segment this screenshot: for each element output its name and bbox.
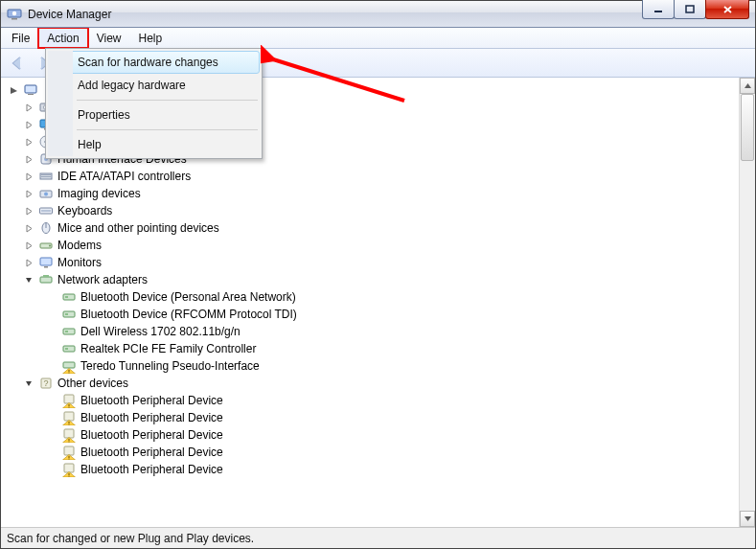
svg-rect-44 (69, 404, 70, 406)
svg-rect-53 (69, 456, 70, 458)
tree-node[interactable]: Network adapters (24, 271, 739, 288)
svg-rect-51 (69, 442, 70, 443)
tree-node[interactable]: Bluetooth Device (Personal Area Network) (47, 288, 739, 306)
svg-rect-30 (63, 294, 75, 300)
expander-open-icon[interactable] (9, 85, 19, 96)
computer-icon (23, 82, 38, 98)
menuitem-add-legacy-hardware[interactable]: Add legacy hardware (48, 74, 260, 97)
expander-closed-icon[interactable] (24, 172, 34, 182)
svg-rect-48 (69, 424, 70, 425)
svg-rect-26 (40, 258, 52, 265)
tree-node[interactable]: Realtek PCIe FE Family Controller (47, 340, 739, 357)
tree-node[interactable]: Imaging devices (24, 185, 739, 202)
tree-node[interactable]: Bluetooth Device (RFCOMM Protocol TDI) (47, 306, 739, 323)
tree-node[interactable]: Monitors (24, 254, 739, 271)
svg-rect-4 (686, 6, 694, 12)
adapter-icon (61, 324, 77, 339)
expander-closed-icon[interactable] (24, 240, 34, 251)
minimize-button[interactable] (642, 0, 675, 19)
tree-node[interactable]: Bluetooth Peripheral Device (47, 461, 739, 478)
adapter-icon (61, 341, 77, 356)
window-title: Device Manager (28, 8, 111, 21)
scroll-up-button[interactable] (740, 78, 755, 94)
tree-node[interactable]: Teredo Tunneling Pseudo-Interface (47, 357, 739, 375)
tree-node-label: Realtek PCIe FE Family Controller (80, 342, 256, 355)
tree-node-label: Network adapters (57, 273, 148, 286)
expander-open-icon[interactable] (24, 275, 34, 286)
expander-none (47, 344, 57, 355)
menubar: FileActionViewHelp (1, 28, 755, 49)
scroll-thumb[interactable] (741, 94, 754, 161)
back-button[interactable] (5, 52, 30, 75)
menuitem-scan-for-hardware-changes[interactable]: Scan for hardware changes (48, 51, 260, 74)
expander-closed-icon[interactable] (24, 258, 34, 268)
tree-node[interactable]: Bluetooth Peripheral Device (47, 409, 739, 426)
svg-rect-47 (69, 422, 70, 423)
expander-closed-icon[interactable] (24, 189, 34, 199)
svg-point-25 (49, 245, 51, 247)
expander-closed-icon[interactable] (24, 137, 34, 148)
network-icon (38, 272, 54, 287)
menu-help[interactable]: Help (130, 28, 172, 48)
scroll-down-button[interactable] (740, 511, 755, 527)
svg-rect-33 (65, 313, 68, 315)
svg-rect-39 (69, 370, 70, 372)
expander-closed-icon[interactable] (24, 206, 34, 217)
maximize-button[interactable] (674, 0, 706, 19)
svg-rect-54 (69, 459, 70, 460)
expander-closed-icon[interactable] (24, 223, 34, 234)
imaging-icon (38, 186, 54, 201)
expander-none (47, 292, 57, 303)
svg-rect-27 (44, 266, 48, 268)
modem-icon (38, 238, 54, 253)
expander-closed-icon[interactable] (24, 154, 34, 165)
adapter-icon (61, 289, 77, 305)
menu-separator (77, 100, 258, 101)
tree-node[interactable]: Mice and other pointing devices (24, 219, 739, 237)
svg-rect-3 (654, 11, 662, 12)
svg-rect-16 (41, 174, 51, 175)
expander-open-icon[interactable] (24, 378, 34, 389)
menu-file[interactable]: File (3, 28, 38, 48)
tree-node[interactable]: Modems (24, 237, 739, 254)
expander-none (47, 430, 57, 441)
scroll-track[interactable] (740, 94, 755, 511)
statusbar: Scan for changed or new Plug and Play de… (1, 527, 755, 548)
vertical-scrollbar[interactable] (739, 78, 755, 527)
tree-node[interactable]: ?Other devices (24, 375, 739, 392)
tree-node[interactable]: Bluetooth Peripheral Device (47, 426, 739, 444)
svg-point-19 (44, 193, 48, 196)
expander-closed-icon[interactable] (24, 120, 34, 130)
svg-rect-57 (69, 476, 70, 477)
window-controls (643, 0, 749, 19)
close-button[interactable] (705, 0, 749, 19)
menuitem-properties[interactable]: Properties (48, 103, 260, 126)
menu-view[interactable]: View (88, 28, 130, 48)
tree-node[interactable]: Keyboards (24, 202, 739, 219)
keyboard-icon (38, 203, 54, 218)
other-warn-icon (61, 445, 77, 460)
svg-rect-46 (64, 412, 74, 421)
app-icon (7, 7, 22, 22)
expander-none (47, 327, 57, 337)
menu-action[interactable]: Action (38, 28, 87, 48)
expander-none (47, 361, 57, 372)
menuitem-help[interactable]: Help (48, 133, 260, 156)
status-text: Scan for changed or new Plug and Play de… (7, 532, 254, 545)
svg-text:?: ? (43, 378, 48, 388)
tree-node-label: Bluetooth Peripheral Device (80, 394, 223, 407)
tree-node[interactable]: Bluetooth Peripheral Device (47, 392, 739, 409)
tree-node[interactable]: IDE ATA/ATAPI controllers (24, 168, 739, 185)
other-warn-icon (61, 462, 77, 477)
tree-node[interactable]: Dell Wireless 1702 802.11b/g/n (47, 323, 739, 340)
svg-rect-2 (11, 18, 17, 20)
expander-none (47, 413, 57, 423)
svg-point-1 (12, 11, 16, 14)
other-warn-icon (61, 393, 77, 408)
tree-node[interactable]: Bluetooth Peripheral Device (47, 444, 739, 461)
expander-closed-icon[interactable] (24, 103, 34, 113)
svg-rect-5 (25, 85, 36, 93)
svg-rect-21 (41, 210, 51, 212)
tree-node-label: Mice and other pointing devices (57, 221, 219, 235)
svg-rect-35 (65, 331, 68, 332)
